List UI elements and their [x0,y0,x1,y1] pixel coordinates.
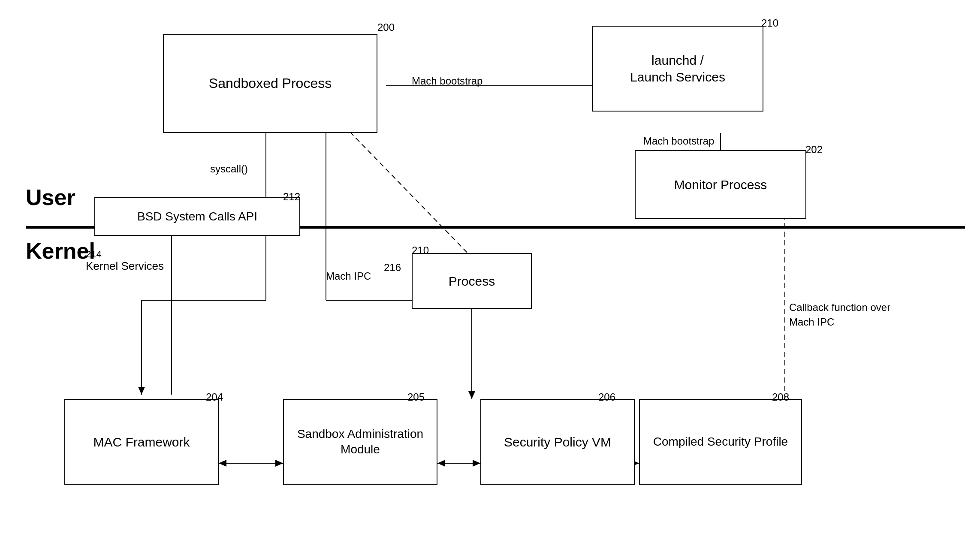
mach-ipc-label: Mach IPC [326,270,371,282]
svg-marker-19 [437,460,445,467]
svg-marker-12 [468,391,475,399]
kernel-services-ref: 214 [86,249,102,260]
svg-marker-10 [138,387,145,395]
syscall-label: syscall() [210,163,248,175]
mac-framework-box: MAC Framework [64,399,219,485]
process-ref: 210 [412,244,429,256]
monitor-process-box: Monitor Process [635,150,806,219]
process-box: Process [412,253,532,309]
compiled-security-ref: 208 [772,391,789,403]
sandbox-admin-ref: 205 [407,391,425,403]
mac-framework-ref: 204 [206,391,223,403]
bsd-api-box: BSD System Calls API [94,197,300,236]
kernel-label: Kernel [26,238,95,264]
bsd-api-ref: 212 [283,191,300,203]
compiled-security-box: Compiled Security Profile [639,399,802,485]
launchd-ref: 210 [761,17,778,29]
sandboxed-process-box: Sandboxed Process [163,34,377,133]
svg-marker-20 [473,460,480,467]
security-policy-ref: 206 [598,391,615,403]
sandbox-admin-box: Sandbox Administration Module [283,399,437,485]
launchd-box: launchd / Launch Services [592,26,763,112]
monitor-process-ref: 202 [805,144,823,156]
security-policy-box: Security Policy VM [480,399,635,485]
mach-ipc-ref: 216 [384,262,401,274]
user-label: User [26,184,75,210]
diagram-container: User Kernel Sandboxed Process 200 launch… [0,0,980,537]
callback-label: Callback function over Mach IPC [789,300,918,329]
sandboxed-process-ref: 200 [377,21,395,33]
svg-marker-16 [219,460,226,467]
svg-marker-17 [275,460,283,467]
kernel-services-label: Kernel Services [86,259,164,273]
mach-bootstrap-1-label: Mach bootstrap [412,75,482,87]
mach-bootstrap-2-label: Mach bootstrap [643,135,714,147]
